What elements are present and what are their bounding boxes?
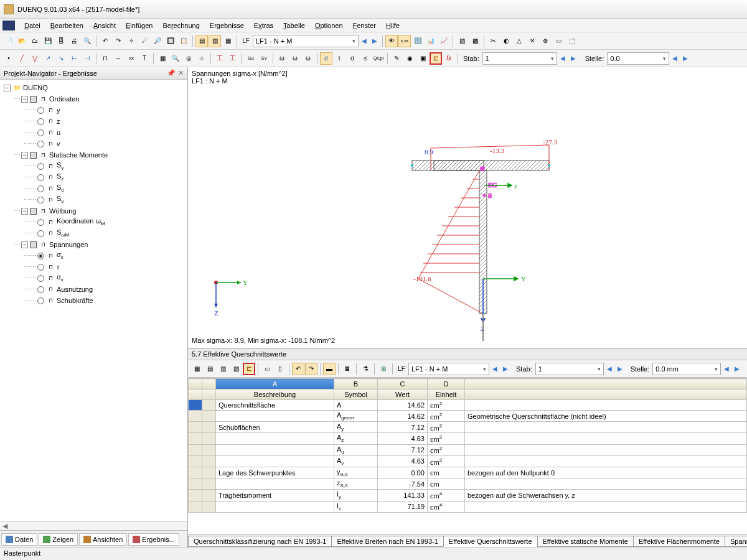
cell-value[interactable]: 0.00 (378, 467, 428, 478)
cell-unit[interactable]: cm (428, 467, 465, 478)
tbl-btn-7[interactable]: ↶ (292, 363, 304, 375)
fx-icon[interactable]: fx (443, 52, 455, 65)
table-row[interactable]: Az4.63cm2 (189, 433, 747, 444)
tree-item[interactable]: u (57, 129, 60, 136)
text-icon[interactable]: T (138, 52, 151, 65)
tbl-filter-icon[interactable]: ⚗ (359, 363, 372, 375)
checkbox-icon[interactable] (30, 208, 37, 215)
arrow2-icon[interactable]: ↘ (55, 52, 67, 65)
menu-datei[interactable]: Datei (20, 21, 45, 30)
tbl-calc-icon[interactable]: 🖩 (341, 363, 354, 375)
cell-desc[interactable] (216, 411, 334, 422)
cell-value[interactable]: 14.62 (378, 411, 428, 422)
undo-icon[interactable]: ↶ (99, 35, 111, 47)
cell-value[interactable]: 4.63 (378, 455, 428, 467)
wand-icon[interactable]: ✎ (390, 52, 403, 65)
sv-icon[interactable]: Sv (258, 52, 270, 65)
cell-value[interactable]: 7.12 (378, 444, 428, 455)
tab-daten[interactable]: Daten (1, 533, 37, 546)
dim-icon[interactable]: ↔ (112, 52, 125, 65)
cell-unit[interactable]: cm4 (428, 490, 465, 501)
col-letter[interactable]: D (428, 379, 465, 390)
tbl-loadcase-dropdown[interactable]: LF1 - N + M (408, 363, 489, 375)
tbl-stab-next[interactable]: ▶ (615, 363, 625, 375)
radio-icon[interactable] (37, 118, 44, 125)
table-tab[interactable]: Effektive statische Momente (537, 536, 634, 547)
tbl-stelle-next[interactable]: ▶ (732, 363, 742, 375)
tool-c-icon[interactable]: △ (513, 35, 525, 47)
cell-desc[interactable] (216, 433, 334, 444)
tree-item[interactable]: Sz (57, 172, 63, 182)
table-row[interactable]: SchubflächenAy7.12cm2 (189, 422, 747, 433)
stelle-dropdown[interactable]: 0.0 (607, 52, 669, 65)
loadcase-dropdown[interactable]: LF1 - N + M (253, 35, 359, 47)
weld-icon[interactable]: ⊓ (99, 52, 111, 65)
new-icon[interactable]: 📄 (2, 35, 15, 47)
tbl-btn-5[interactable]: ▭ (261, 363, 273, 375)
cell-value[interactable]: 141.33 (378, 490, 428, 501)
zoomall-icon[interactable]: 🔲 (164, 35, 177, 47)
row-selector[interactable] (189, 400, 202, 411)
col-letter[interactable]: A (216, 379, 334, 390)
graph2-icon[interactable]: 📈 (438, 35, 450, 47)
tree-item[interactable]: z (57, 118, 60, 125)
ibeam-icon[interactable]: 工 (214, 52, 226, 65)
col-header[interactable]: Einheit (428, 390, 465, 400)
table-tab[interactable]: Effektive Flächenmomente (633, 536, 725, 547)
close-icon[interactable]: ✕ (178, 69, 184, 77)
radio-icon[interactable] (37, 264, 44, 271)
tbl-btn-9[interactable]: ▬ (323, 363, 336, 375)
cell-value[interactable]: 71.19 (378, 501, 428, 512)
lf-icon[interactable]: LF (240, 35, 252, 47)
qkpl-icon[interactable]: Qk,pl (372, 52, 385, 65)
menu-optionen[interactable]: Optionen (311, 21, 347, 30)
col-extra[interactable] (465, 379, 747, 390)
sigmav-icon[interactable]: σ (346, 52, 359, 65)
tree-root[interactable]: DUENQ (23, 84, 48, 91)
table-tab[interactable]: Effektive Querschnittswerte (443, 536, 538, 547)
color-icon[interactable]: ▣ (416, 52, 429, 65)
cell-note[interactable] (465, 433, 747, 444)
scroll-left-icon[interactable]: ◀ (2, 522, 7, 530)
table-row[interactable]: TrägheitsmomentIy141.33cm4bezogen auf di… (189, 490, 747, 501)
tbl-eff-section-icon[interactable]: ⊏ (243, 363, 255, 375)
radio-icon[interactable] (37, 297, 44, 304)
panel1-icon[interactable]: ▤ (195, 35, 208, 47)
expander-icon[interactable]: − (4, 85, 11, 91)
cell-note[interactable] (465, 422, 747, 433)
cell-symbol[interactable]: Iy (334, 490, 378, 501)
grid-icon[interactable]: ▦ (156, 52, 169, 65)
tool-g-icon[interactable]: ⬚ (565, 35, 578, 47)
table-tab[interactable]: Querschnittsklassifizierung nach EN 1993… (188, 536, 332, 547)
navigator-tree[interactable]: −📁DUENQ⋯−⊓Ordinaten⋯⋯⊓y⋯⋯⊓z⋯⋯⊓u⋯⋯⊓v⋯−⊓St… (0, 80, 187, 521)
row-handle[interactable] (202, 501, 216, 512)
radio-icon[interactable] (37, 253, 44, 259)
short2-icon[interactable]: ⊣ (81, 52, 93, 65)
lc-next-icon[interactable]: ▶ (370, 35, 380, 47)
checkbox-icon[interactable] (30, 152, 37, 159)
row-selector[interactable] (189, 433, 202, 444)
radio-icon[interactable] (37, 286, 44, 293)
graphics-viewport[interactable]: Spannungen sigma-x [N/mm^2] LF1 : N + M (188, 67, 747, 348)
tab-ansichten[interactable]: Ansichten (79, 533, 127, 546)
menu-extras[interactable]: Extras (250, 21, 278, 30)
sigma-icon[interactable]: σ (320, 52, 332, 65)
cell-note[interactable] (465, 444, 747, 455)
stelle-next-icon[interactable]: ▶ (680, 53, 690, 64)
radio-icon[interactable] (37, 197, 44, 203)
row-selector[interactable] (189, 501, 202, 512)
cell-symbol[interactable]: Au (334, 444, 378, 455)
table-row[interactable]: QuerschnittsflächeA14.62cm2 (189, 400, 747, 411)
tool-e-icon[interactable]: ⊕ (539, 35, 552, 47)
tree-group[interactable]: Spannungen (49, 241, 88, 248)
w2-icon[interactable]: ω (289, 52, 301, 65)
tbl-excel-icon[interactable]: ⊞ (377, 363, 390, 375)
expander-icon[interactable]: − (21, 208, 28, 215)
expander-icon[interactable]: − (21, 241, 28, 248)
radio-icon[interactable] (37, 129, 44, 136)
row-handle[interactable] (202, 400, 216, 411)
table-row[interactable]: zS,0-7.54cm (189, 478, 747, 490)
row-selector[interactable] (189, 411, 202, 422)
tau-icon[interactable]: τ (333, 52, 345, 65)
cell-desc[interactable]: Trägheitsmoment (216, 490, 334, 501)
